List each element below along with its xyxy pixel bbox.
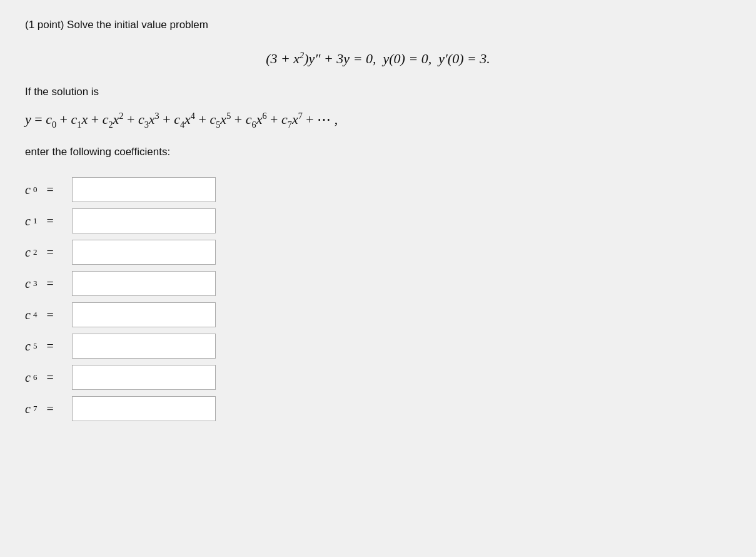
- coeff-input-c2[interactable]: [72, 240, 216, 265]
- coeff-input-c5[interactable]: [72, 334, 216, 359]
- coeff-label-c0: c0 =: [25, 183, 72, 197]
- main-equation: (3 + x2)y″ + 3y = 0, y(0) = 0, y′(0) = 3…: [25, 50, 731, 67]
- coefficient-row-c6: c6 =: [25, 365, 731, 390]
- coeff-input-c3[interactable]: [72, 271, 216, 296]
- series-equation-text: y = c0 + c1x + c2x2 + c3x3 + c4x4 + c5x5…: [25, 111, 338, 130]
- enter-coefficients-text: enter the following coefficients:: [25, 146, 731, 158]
- coefficient-row-c1: c1 =: [25, 208, 731, 233]
- coefficient-row-c7: c7 =: [25, 396, 731, 421]
- coeff-label-c7: c7 =: [25, 402, 72, 416]
- coeff-label-c3: c3 =: [25, 277, 72, 291]
- coeff-label-c6: c6 =: [25, 370, 72, 385]
- coeff-label-c1: c1 =: [25, 214, 72, 228]
- coeff-label-c5: c5 =: [25, 339, 72, 354]
- header-text: (1 point) Solve the initial value proble…: [25, 19, 208, 31]
- coefficient-row-c4: c4 =: [25, 302, 731, 327]
- coeff-input-c1[interactable]: [72, 208, 216, 233]
- series-equation: y = c0 + c1x + c2x2 + c3x3 + c4x4 + c5x5…: [25, 111, 731, 130]
- coeff-label-c2: c2 =: [25, 245, 72, 260]
- coefficient-row-c0: c0 =: [25, 177, 731, 202]
- coefficient-row-c3: c3 =: [25, 271, 731, 296]
- main-equation-text: (3 + x2)y″ + 3y = 0, y(0) = 0, y′(0) = 3…: [266, 51, 490, 66]
- coefficient-row-c5: c5 =: [25, 334, 731, 359]
- coeff-input-c6[interactable]: [72, 365, 216, 390]
- problem-header: (1 point) Solve the initial value proble…: [25, 19, 731, 31]
- coeff-input-c0[interactable]: [72, 177, 216, 202]
- coeff-label-c4: c4 =: [25, 308, 72, 322]
- coeff-input-c7[interactable]: [72, 396, 216, 421]
- coefficients-form: c0 = c1 = c2 = c3 = c4 =: [25, 177, 731, 421]
- coefficient-row-c2: c2 =: [25, 240, 731, 265]
- if-solution-text: If the solution is: [25, 86, 731, 98]
- coeff-input-c4[interactable]: [72, 302, 216, 327]
